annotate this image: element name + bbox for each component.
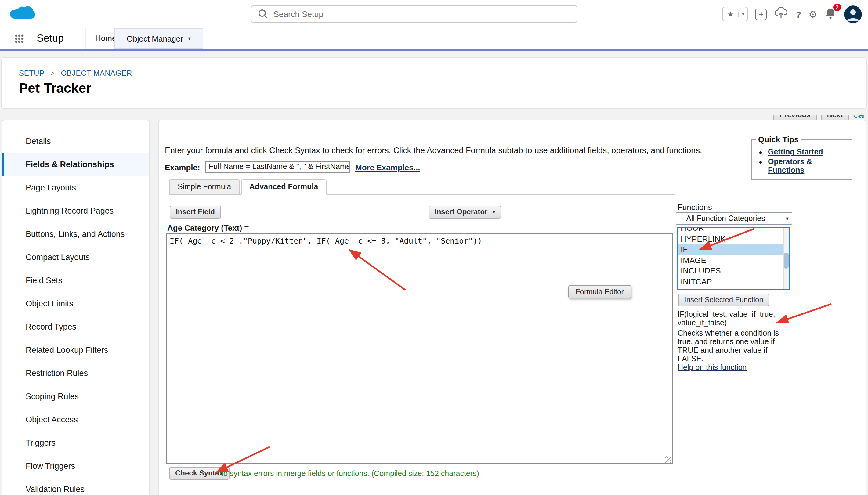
insert-selected-function-button[interactable]: Insert Selected Function [678, 294, 769, 306]
star-icon[interactable]: ★ [723, 10, 738, 19]
listbox-scrollbar-thumb[interactable] [784, 253, 789, 269]
sidebar-item-object-access[interactable]: Object Access [2, 408, 149, 431]
getting-started-link[interactable]: Getting Started [768, 148, 823, 156]
sidebar-item-scoping-rules[interactable]: Scoping Rules [2, 385, 149, 408]
example-formula-box: Full Name = LastName & ", " & FirstName [205, 161, 350, 173]
more-examples-link[interactable]: More Examples... [355, 163, 420, 172]
function-listbox[interactable]: HOUR HYPERLINK IF IMAGE INCLUDES INITCAP… [677, 227, 790, 290]
page-title: Pet Tracker [19, 81, 866, 97]
operators-functions-link[interactable]: Operators & Functions [768, 157, 812, 174]
function-help-link[interactable]: Help on this function [678, 363, 747, 372]
trailhead-cloud-icon[interactable] [774, 7, 788, 21]
notifications-button[interactable]: 2 [825, 7, 837, 21]
setup-gear-icon[interactable]: ⚙ [809, 8, 817, 20]
app-launcher-icon[interactable] [15, 34, 24, 46]
formula-tab-strip: Simple Formula Advanced Formula [169, 180, 675, 195]
sidebar-item-validation-rules[interactable]: Validation Rules [2, 478, 149, 495]
tab-advanced-formula[interactable]: Advanced Formula [241, 180, 327, 195]
function-item-image[interactable]: IMAGE [678, 255, 789, 266]
insert-operator-button[interactable]: Insert Operator ▾ [428, 206, 501, 219]
function-description: Checks whether a condition is true, and … [678, 329, 789, 363]
search-input[interactable] [273, 10, 554, 19]
quick-tips-item: Operators & Functions [768, 157, 848, 174]
tab-object-manager[interactable]: Object Manager ▾ [114, 28, 203, 49]
function-item-isblank[interactable]: ISBLANK [678, 287, 789, 290]
quick-tips-item: Getting Started [768, 148, 848, 156]
page-body: SETUP > OBJECT MANAGER Pet Tracker Previ… [0, 51, 868, 495]
global-header: ★ ▾ + ? ⚙ 2 [0, 0, 868, 28]
cancel-link[interactable]: Cancel [853, 115, 865, 119]
sidebar-item-lightning-record-pages[interactable]: Lightning Record Pages [2, 200, 149, 223]
listbox-scrollbar[interactable] [783, 228, 789, 289]
notification-badge: 2 [833, 4, 841, 11]
sidebar-item-flow-triggers[interactable]: Flow Triggers [2, 455, 149, 478]
header-actions: ★ ▾ + ? ⚙ 2 [722, 5, 862, 23]
add-icon[interactable]: + [755, 8, 767, 20]
quick-tips-box: Quick Tips Getting Started Operators & F… [751, 135, 852, 180]
setup-navbar: Setup Home Object Manager ▾ [0, 28, 868, 51]
resize-grip[interactable] [665, 456, 671, 463]
favorites-button[interactable]: ★ ▾ [722, 7, 748, 21]
function-item-hyperlink[interactable]: HYPERLINK [678, 234, 789, 244]
search-icon [258, 8, 269, 19]
sidebar-item-compact-layouts[interactable]: Compact Layouts [2, 246, 149, 269]
breadcrumb-separator: > [47, 69, 58, 78]
help-icon[interactable]: ? [796, 9, 801, 19]
avatar[interactable] [844, 5, 862, 23]
insert-field-button[interactable]: Insert Field [170, 206, 221, 219]
formula-editor-card: Enter your formula and click Check Synta… [158, 120, 866, 495]
function-item-initcap[interactable]: INITCAP [678, 276, 789, 287]
breadcrumb-object-manager-link[interactable]: OBJECT MANAGER [61, 69, 132, 78]
sidebar-item-details[interactable]: Details [2, 130, 149, 153]
breadcrumb-setup-link[interactable]: SETUP [19, 69, 45, 78]
example-label: Example: [165, 163, 200, 172]
functions-label: Functions [678, 203, 712, 212]
select-chevron-icon: ▾ [786, 216, 789, 222]
object-header-card: SETUP > OBJECT MANAGER Pet Tracker [1, 57, 867, 109]
formula-field-label: Age Category (Text) = [167, 223, 249, 233]
function-signature: IF(logical_test, value_if_true, value_if… [678, 310, 778, 327]
sidebar-item-fields-relationships[interactable]: Fields & Relationships [2, 153, 149, 176]
sidebar-item-related-lookup-filters[interactable]: Related Lookup Filters [2, 339, 149, 362]
tab-object-manager-label: Object Manager [127, 34, 183, 43]
function-item-includes[interactable]: INCLUDES [678, 266, 789, 276]
sidebar-item-field-sets[interactable]: Field Sets [2, 269, 149, 292]
sidebar-item-object-limits[interactable]: Object Limits [2, 292, 149, 315]
sidebar-item-restriction-rules[interactable]: Restriction Rules [2, 362, 149, 385]
screen: ★ ▾ + ? ⚙ 2 [0, 0, 868, 495]
app-name: Setup [37, 32, 64, 45]
quick-tips-title: Quick Tips [756, 135, 801, 144]
formula-text: IF( Age__c < 2 ,"Puppy/Kitten", IF( Age_… [167, 234, 672, 248]
favorites-chevron-icon[interactable]: ▾ [738, 11, 747, 17]
insert-operator-label: Insert Operator [435, 206, 488, 218]
chevron-down-icon[interactable]: ▾ [188, 35, 191, 41]
object-manager-sidebar: Details Fields & Relationships Page Layo… [2, 120, 150, 495]
formula-editor-chip[interactable]: Formula Editor [568, 285, 631, 298]
syntax-result-message: No syntax errors in merge fields or func… [218, 470, 479, 478]
sidebar-item-page-layouts[interactable]: Page Layouts [2, 176, 149, 200]
sidebar-item-record-types[interactable]: Record Types [2, 315, 149, 339]
insert-operator-chevron-icon: ▾ [492, 206, 495, 218]
salesforce-logo-icon[interactable] [8, 5, 36, 23]
function-item-if[interactable]: IF [678, 244, 789, 255]
function-category-value: -- All Function Categories -- [679, 214, 772, 223]
function-category-select[interactable]: -- All Function Categories -- ▾ [676, 212, 792, 225]
function-item-hour[interactable]: HOUR [678, 227, 789, 234]
global-search[interactable] [251, 5, 577, 22]
sidebar-item-buttons-links-actions[interactable]: Buttons, Links, and Actions [2, 223, 149, 246]
breadcrumb: SETUP > OBJECT MANAGER [19, 69, 866, 78]
formula-textarea[interactable]: IF( Age__c < 2 ,"Puppy/Kitten", IF( Age_… [166, 233, 673, 464]
formula-instructions: Enter your formula and click Check Synta… [165, 146, 717, 155]
tab-simple-formula[interactable]: Simple Formula [169, 180, 240, 194]
sidebar-item-triggers[interactable]: Triggers [2, 431, 149, 455]
